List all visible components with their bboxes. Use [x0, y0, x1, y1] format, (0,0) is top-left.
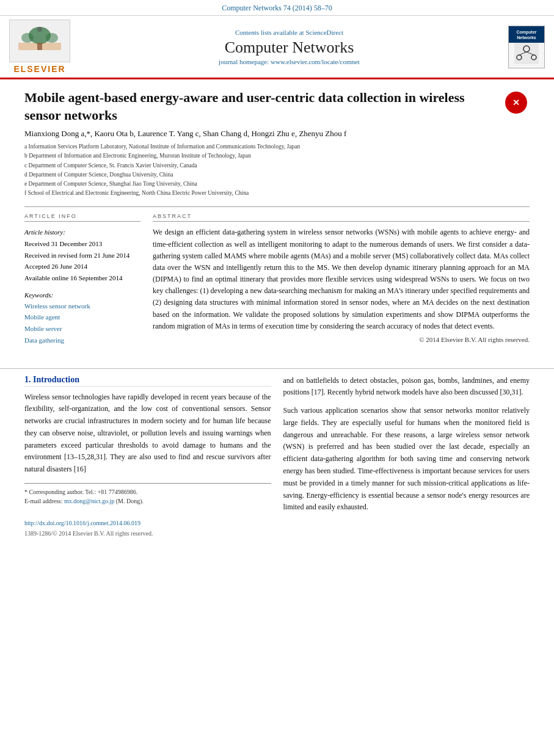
- email-person: (M. Dong).: [116, 498, 144, 504]
- doi-line[interactable]: http://dx.doi.org/10.1016/j.comnet.2014.…: [0, 520, 554, 530]
- intro-body-right-part2: Such various application scenarios show …: [283, 405, 530, 514]
- keyword-1: Wireless sensor network: [24, 300, 140, 312]
- abstract-column: ABSTRACT We design an efficient data-gat…: [153, 213, 530, 346]
- available-date: Available online 16 September 2014: [24, 272, 140, 284]
- affiliation-c: c Department of Computer Science, St. Fr…: [24, 161, 530, 170]
- affiliation-d: d Department of Computer Science, Donghu…: [24, 170, 530, 180]
- intro-left-column: 1. Introduction Wireless sensor technolo…: [24, 375, 271, 514]
- sciencedirect-link[interactable]: ScienceDirect: [305, 29, 343, 36]
- keyword-3: Mobile server: [24, 323, 140, 335]
- journal-citation-bar: Computer Networks 74 (2014) 58–70: [0, 0, 554, 15]
- journal-logo-image: [514, 43, 539, 64]
- keywords-block: Keywords: Wireless sensor network Mobile…: [24, 291, 140, 346]
- accepted-date: Accepted 26 June 2014: [24, 261, 140, 272]
- crossmark: ✕: [505, 92, 530, 114]
- issn-text: 1389-1286/© 2014 Elsevier B.V. All right…: [24, 530, 153, 537]
- authors: Mianxiong Dong a,*, Kaoru Ota b, Laurenc…: [24, 129, 346, 138]
- journal-logo-box: ComputerNetworks: [508, 26, 545, 68]
- affiliation-a: a Information Services Platform Laborato…: [24, 142, 530, 151]
- keywords-label: Keywords:: [24, 291, 140, 299]
- elsevier-wordmark: ELSEVIER: [13, 64, 65, 74]
- journal-title: Computer Networks: [79, 38, 499, 57]
- article-info-label: ARTICLE INFO: [24, 213, 140, 222]
- article-content: Mobile agent-based energy-aware and user…: [0, 79, 554, 362]
- keyword-4: Data gathering: [24, 335, 140, 346]
- doi-url: http://dx.doi.org/10.1016/j.comnet.2014.…: [24, 520, 140, 526]
- intro-heading: 1. Introduction: [24, 375, 271, 387]
- email-link[interactable]: mx.dong@nict.go.jp: [64, 498, 114, 504]
- article-info-column: ARTICLE INFO Article history: Received 3…: [24, 213, 140, 346]
- section-divider: [0, 368, 554, 369]
- footnote-area: * Corresponding author. Tel.: +81 774986…: [24, 483, 271, 506]
- corresponding-footnote: * Corresponding author. Tel.: +81 774986…: [24, 487, 271, 496]
- journal-homepage: journal homepage: www.elsevier.com/locat…: [79, 58, 499, 65]
- intro-right-column: and on battlefields to detect obstacles,…: [283, 375, 530, 514]
- history-label: Article history:: [24, 227, 140, 238]
- keyword-2: Mobile agent: [24, 311, 140, 323]
- article-history: Article history: Received 31 December 20…: [24, 227, 140, 283]
- svg-point-6: [523, 46, 530, 52]
- abstract-text: We design an efficient data-gathering sy…: [153, 227, 530, 332]
- affiliation-f: f School of Electrical and Electronic En…: [24, 189, 530, 198]
- authors-line: Mianxiong Dong a,*, Kaoru Ota b, Laurenc…: [24, 129, 530, 139]
- crossmark-icon: ✕: [505, 92, 527, 114]
- svg-point-7: [517, 55, 522, 60]
- svg-point-5: [37, 27, 42, 32]
- received-date: Received 31 December 2013: [24, 238, 140, 250]
- copyright-line: © 2014 Elsevier B.V. All rights reserved…: [153, 336, 530, 343]
- journal-citation: Computer Networks 74 (2014) 58–70: [222, 4, 332, 12]
- elsevier-logo: ELSEVIER: [6, 20, 73, 74]
- elsevier-logo-box: [9, 20, 70, 62]
- abstract-label: ABSTRACT: [153, 213, 530, 222]
- issn-line: 1389-1286/© 2014 Elsevier B.V. All right…: [0, 530, 554, 542]
- svg-point-4: [46, 33, 58, 43]
- intro-body-left: Wireless sensor technologies have rapidl…: [24, 391, 271, 476]
- email-footnote: E-mail address: mx.dong@nict.go.jp (M. D…: [24, 496, 271, 506]
- affiliations: a Information Services Platform Laborato…: [24, 142, 530, 198]
- svg-rect-2: [37, 43, 42, 50]
- svg-line-10: [527, 52, 534, 55]
- sciencedirect-line: Contents lists available at ScienceDirec…: [79, 29, 499, 36]
- affiliation-e: e Department of Computer Science, Shangh…: [24, 180, 530, 189]
- revised-date: Received in revised form 21 June 2014: [24, 250, 140, 261]
- article-title-section: Mobile agent-based energy-aware and user…: [24, 89, 530, 124]
- journal-header: ELSEVIER Contents lists available at Sci…: [0, 15, 554, 79]
- article-title: Mobile agent-based energy-aware and user…: [24, 89, 499, 124]
- intro-body-right-part1: and on battlefields to detect obstacles,…: [283, 375, 530, 399]
- affiliation-b: b Department of Information and Electron…: [24, 151, 530, 161]
- svg-point-3: [21, 33, 34, 43]
- journal-logo-right: ComputerNetworks: [505, 26, 548, 68]
- introduction-section: 1. Introduction Wireless sensor technolo…: [0, 375, 554, 520]
- header-center: Contents lists available at ScienceDirec…: [79, 29, 499, 65]
- svg-point-8: [531, 55, 536, 60]
- svg-line-9: [519, 52, 527, 55]
- journal-logo-title: ComputerNetworks: [516, 29, 536, 40]
- article-info-abstract: ARTICLE INFO Article history: Received 3…: [24, 206, 530, 346]
- email-label: E-mail address:: [24, 498, 62, 504]
